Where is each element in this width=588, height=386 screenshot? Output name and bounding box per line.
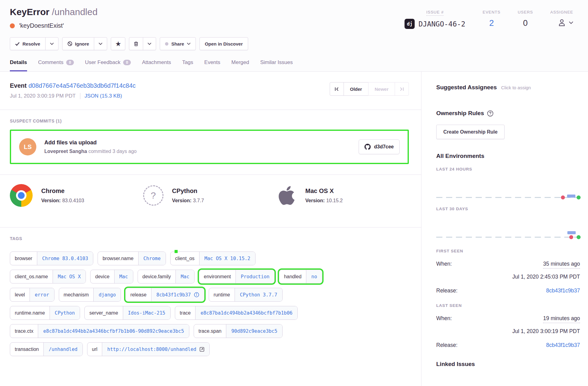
- tag-key[interactable]: client_os.name: [10, 270, 53, 283]
- tag-value-link[interactable]: /unhandled: [44, 343, 82, 356]
- tag-key[interactable]: server_name: [85, 306, 123, 320]
- issue-number-label[interactable]: ISSUE #: [426, 10, 444, 16]
- ignore-label: Ignore: [75, 41, 89, 46]
- tag-value-link[interactable]: 90d892c9eace3bc5: [226, 324, 282, 338]
- tag-key[interactable]: runtime: [209, 288, 235, 301]
- external-link-icon[interactable]: [199, 347, 204, 352]
- first-seen-block: FIRST SEEN When: 35 minutes ago Jul 1, 2…: [436, 249, 580, 294]
- event-id-link[interactable]: d08d7667e4a5476eb3b3db6d7f14c84c: [28, 82, 135, 89]
- resolve-button[interactable]: Resolve: [10, 37, 46, 50]
- tag-client-os: client_os Mac OS X 10.15.2: [170, 251, 256, 265]
- tag-key[interactable]: client_os: [171, 252, 199, 265]
- resolve-label: Resolve: [22, 41, 40, 46]
- tab-attachments[interactable]: Attachments: [142, 59, 171, 71]
- tag-key[interactable]: environment: [199, 270, 236, 283]
- bookmark-star-button[interactable]: ★: [111, 37, 125, 50]
- context-version: Version:3.7.7: [172, 198, 204, 203]
- tag-key[interactable]: level: [10, 288, 30, 301]
- tab-events[interactable]: Events: [204, 59, 220, 71]
- delete-dropdown-button[interactable]: [143, 37, 156, 50]
- tag-value-link[interactable]: Production: [236, 270, 274, 283]
- events-sparkline-30d: [436, 211, 580, 239]
- tag-key[interactable]: url: [87, 343, 103, 356]
- tag-key[interactable]: mechanism: [59, 288, 94, 301]
- tab-merged[interactable]: Merged: [232, 59, 249, 71]
- ignore-button-group: Ignore: [62, 37, 107, 50]
- commit-sha-button[interactable]: d3d7cee: [359, 139, 400, 154]
- tag-value-link[interactable]: CPython 3.7.7: [235, 288, 282, 301]
- first-seen-relative-time[interactable]: 35 minutes ago: [543, 261, 580, 269]
- tag-key[interactable]: trace.ctx: [10, 324, 38, 338]
- issue-number-value: dj DJANGO-46-2: [405, 19, 465, 29]
- delete-button[interactable]: [129, 37, 143, 50]
- issue-type: KeyError: [10, 7, 49, 17]
- tag-value-link[interactable]: no: [306, 270, 322, 283]
- tag-row: level error mechanism django release 8cb…: [10, 288, 409, 302]
- tag-value-link[interactable]: 8cb43f1c9b37: [151, 288, 204, 301]
- newer-event-button[interactable]: Newer: [368, 82, 395, 96]
- context-text: Chrome Version:83.0.4103: [41, 187, 84, 203]
- tab-comments[interactable]: Comments0: [38, 59, 74, 71]
- tag-value-link[interactable]: django: [94, 288, 121, 301]
- commit-author-avatar: LS: [19, 138, 36, 155]
- first-seen-release-link[interactable]: 8cb43f1c9b37: [546, 287, 580, 294]
- context-version: Version:83.0.4103: [41, 198, 84, 203]
- newest-event-button[interactable]: [395, 82, 409, 96]
- tag-row: browser Chrome 83.0.4103 browser.name Ch…: [10, 251, 409, 265]
- older-event-button[interactable]: Older: [344, 82, 369, 96]
- share-button[interactable]: Share: [160, 37, 196, 50]
- tag-value-link[interactable]: Mac OS X 10.15.2: [199, 252, 255, 265]
- tag-value-link[interactable]: e8c87ba1dc494bb2a4346bcfbf7b1b06-90d892c…: [38, 324, 189, 338]
- resolve-dropdown-button[interactable]: [45, 37, 58, 50]
- create-ownership-rule-button[interactable]: Create Ownership Rule: [436, 125, 505, 139]
- issue-detail-page: KeyError/unhandled 'keyDoesntExist' ISSU…: [0, 0, 588, 386]
- tag-key[interactable]: release: [126, 288, 151, 301]
- tag-value-link[interactable]: Mac OS X: [53, 270, 86, 283]
- tab-details[interactable]: Details: [10, 59, 27, 71]
- tab-user-feedback[interactable]: User Feedback0: [85, 59, 131, 71]
- context-name: CPython: [172, 187, 204, 195]
- last-seen-relative-time[interactable]: 19 minutes ago: [543, 315, 580, 323]
- tag-url: url http://localhost:8000/unhandled: [87, 342, 210, 356]
- tag-value-link[interactable]: Mac: [176, 270, 194, 283]
- events-count-link[interactable]: 2: [489, 18, 494, 28]
- question-circle-icon[interactable]: [487, 110, 493, 117]
- tag-key[interactable]: browser: [10, 252, 37, 265]
- tag-value-link[interactable]: Chrome: [139, 252, 166, 265]
- tag-key[interactable]: transaction: [10, 343, 44, 356]
- commit-sha-label: d3d7cee: [374, 144, 394, 150]
- tag-value-link[interactable]: Mac: [115, 270, 133, 283]
- tag-value-link[interactable]: http://localhost:8000/unhandled: [102, 343, 209, 356]
- tag-browser: browser Chrome 83.0.4103: [10, 251, 93, 265]
- tag-key[interactable]: trace: [175, 306, 196, 320]
- chevron-down-icon: [187, 42, 191, 45]
- tag-value-link[interactable]: error: [30, 288, 54, 301]
- issue-header: KeyError/unhandled 'keyDoesntExist' ISSU…: [0, 0, 588, 72]
- tag-key[interactable]: device.family: [138, 270, 176, 283]
- tag-key[interactable]: trace.span: [194, 324, 227, 338]
- tag-key[interactable]: handled: [279, 270, 306, 283]
- issue-message: 'keyDoesntExist': [19, 22, 64, 29]
- first-seen-absolute-time: Jul 1, 2020 2:45:03 PM PDT: [436, 274, 580, 280]
- tag-key[interactable]: browser.name: [98, 252, 139, 265]
- tag-value-link[interactable]: e8c87ba1dc494bb2a4346bcfbf7b1b06: [195, 306, 297, 320]
- ignore-dropdown-button[interactable]: [94, 37, 107, 50]
- tag-environment: environment Production: [199, 270, 275, 283]
- tag-key[interactable]: runtime.name: [10, 306, 50, 320]
- info-icon[interactable]: [194, 292, 199, 297]
- tab-tags[interactable]: Tags: [182, 59, 193, 71]
- oldest-event-button[interactable]: [330, 82, 344, 96]
- tag-value-link[interactable]: Idos-iMac-215: [123, 306, 170, 320]
- tag-value-link[interactable]: CPython: [50, 306, 80, 320]
- tag-key[interactable]: device: [91, 270, 114, 283]
- share-label: Share: [171, 41, 184, 46]
- event-json-link[interactable]: JSON (15.3 KB): [85, 93, 122, 99]
- issue-tabs: Details Comments0 User Feedback0 Attachm…: [10, 59, 576, 71]
- ignore-button[interactable]: Ignore: [62, 37, 95, 50]
- context-name: Chrome: [41, 187, 84, 195]
- last-seen-release-link[interactable]: 8cb43f1c9b37: [546, 342, 580, 348]
- open-in-discover-button[interactable]: Open in Discover: [199, 37, 248, 50]
- assignee-dropdown[interactable]: [550, 18, 573, 27]
- tag-value-link[interactable]: Chrome 83.0.4103: [37, 252, 93, 265]
- tab-similar-issues[interactable]: Similar Issues: [260, 59, 293, 71]
